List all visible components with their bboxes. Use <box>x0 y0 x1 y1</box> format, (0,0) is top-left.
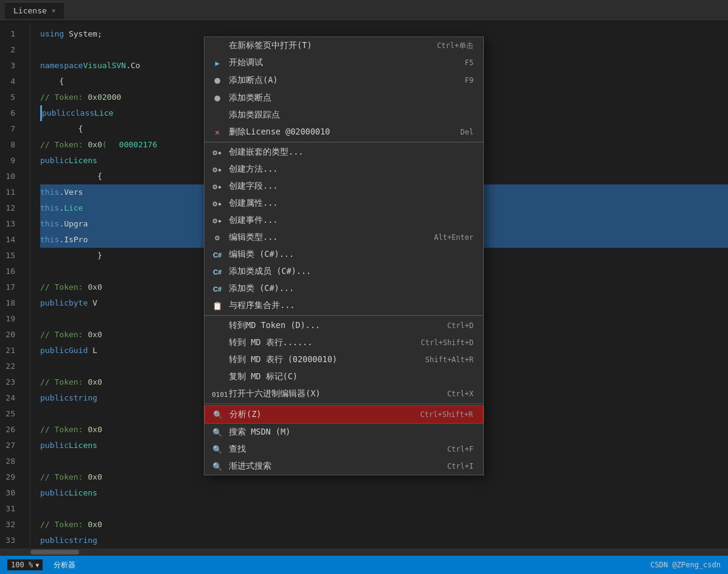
menu-item-edit-type[interactable]: ⚙编辑类型...Alt+Enter <box>205 229 483 246</box>
menu-item-open-new-tab[interactable]: 在新标签页中打开(T)Ctrl+单击 <box>205 37 483 54</box>
menu-label-add-class-member-cs: 添加类成员 (C#)... <box>229 266 474 277</box>
menu-label-create-method: 创建方法... <box>229 164 474 175</box>
line-number: 25 <box>0 406 23 422</box>
context-menu: 在新标签页中打开(T)Ctrl+单击▶开始调试F5●添加断点(A)F9●添加类断… <box>204 37 484 475</box>
menu-separator <box>205 315 483 316</box>
line-number: 23 <box>0 374 23 390</box>
menu-icon-create-field: ⚙✦ <box>212 181 223 191</box>
menu-label-find: 查找 <box>229 444 441 455</box>
menu-label-analyze: 分析(Z) <box>229 409 414 420</box>
tab-close-button[interactable]: × <box>52 7 56 15</box>
menu-item-open-hex-editor[interactable]: 0101打开十六进制编辑器(X)Ctrl+X <box>205 385 483 402</box>
menu-icon-add-breakpoint: ● <box>212 74 223 86</box>
menu-shortcut-incremental-search: Ctrl+I <box>447 462 474 471</box>
menu-icon-merge-assembly: 📋 <box>212 301 223 310</box>
menu-shortcut-open-new-tab: Ctrl+单击 <box>437 41 474 51</box>
menu-shortcut-goto-md-row-token: Shift+Alt+R <box>425 355 474 364</box>
scroll-thumb[interactable] <box>30 550 79 555</box>
menu-icon-edit-class-cs: C# <box>212 250 223 259</box>
line-number: 24 <box>0 390 23 406</box>
code-line: public string <box>40 533 728 548</box>
menu-label-goto-md-token: 转到MD Token (D)... <box>229 320 441 331</box>
menu-item-edit-class-cs[interactable]: C#编辑类 (C#)... <box>205 246 483 263</box>
menu-item-goto-md-row[interactable]: 转到 MD 表行......Ctrl+Shift+D <box>205 334 483 351</box>
menu-item-find[interactable]: 🔍查找Ctrl+F <box>205 441 483 458</box>
code-line <box>40 501 728 517</box>
menu-item-create-event[interactable]: ⚙✦创建事件... <box>205 212 483 229</box>
menu-label-create-field: 创建字段... <box>229 181 474 192</box>
menu-label-delete-license: 删除License @02000010 <box>229 127 454 138</box>
line-number: 21 <box>0 343 23 359</box>
line-number: 10 <box>0 169 23 184</box>
title-bar: License × <box>0 0 728 21</box>
menu-item-copy-md-mark[interactable]: 复制 MD 标记(C) <box>205 368 483 385</box>
line-number: 28 <box>0 453 23 469</box>
status-analyzer: 分析器 <box>50 559 79 572</box>
editor-tab[interactable]: License × <box>5 2 64 19</box>
menu-item-create-nested-type[interactable]: ⚙✦创建嵌套的类型... <box>205 144 483 161</box>
line-number: 27 <box>0 438 23 453</box>
menu-label-goto-md-row-token: 转到 MD 表行 (02000010) <box>229 354 419 365</box>
line-number: 14 <box>0 232 23 248</box>
menu-label-open-hex-editor: 打开十六进制编辑器(X) <box>229 388 441 399</box>
line-number: 19 <box>0 311 23 327</box>
line-number: 33 <box>0 533 23 548</box>
line-number: 5 <box>0 89 23 105</box>
menu-icon-delete-license: ✕ <box>212 127 223 137</box>
horizontal-scrollbar[interactable] <box>0 548 728 556</box>
menu-item-start-debug[interactable]: ▶开始调试F5 <box>205 54 483 71</box>
zoom-label: 100 % <box>11 561 33 569</box>
zoom-dropdown-icon[interactable]: ▼ <box>35 562 39 569</box>
menu-label-create-property: 创建属性... <box>229 198 474 209</box>
menu-icon-incremental-search: 🔍 <box>212 461 223 471</box>
code-line: // Token: 0x0 <box>40 517 728 533</box>
menu-icon-add-class-member-cs: C# <box>212 267 223 276</box>
menu-shortcut-analyze: Ctrl+Shift+R <box>420 410 473 419</box>
menu-item-search-msdn[interactable]: 🔍搜索 MSDN (M) <box>205 424 483 441</box>
line-number: 31 <box>0 501 23 517</box>
tab-label: License <box>13 6 47 15</box>
menu-item-goto-md-row-token[interactable]: 转到 MD 表行 (02000010)Shift+Alt+R <box>205 351 483 368</box>
menu-icon-create-event: ⚙✦ <box>212 215 223 225</box>
menu-icon-search-msdn: 🔍 <box>212 427 223 437</box>
line-number: 20 <box>0 327 23 343</box>
menu-item-goto-md-token[interactable]: 转到MD Token (D)...Ctrl+D <box>205 317 483 334</box>
menu-label-edit-class-cs: 编辑类 (C#)... <box>229 249 474 260</box>
menu-item-add-trace[interactable]: 添加类跟踪点 <box>205 107 483 124</box>
menu-icon-create-property: ⚙✦ <box>212 198 223 208</box>
line-number: 16 <box>0 264 23 279</box>
line-number: 11 <box>0 184 23 200</box>
menu-icon-add-class-cs: C# <box>212 284 223 293</box>
menu-icon-analyze: 🔍 <box>212 410 223 419</box>
menu-shortcut-edit-type: Alt+Enter <box>434 233 474 242</box>
menu-item-add-class-cs[interactable]: C#添加类 (C#)... <box>205 280 483 297</box>
menu-shortcut-add-breakpoint: F9 <box>465 76 474 85</box>
menu-item-add-class-breakpoint[interactable]: ●添加类断点 <box>205 89 483 107</box>
line-number: 29 <box>0 469 23 485</box>
zoom-control[interactable]: 100 % ▼ <box>7 559 43 570</box>
menu-shortcut-open-hex-editor: Ctrl+X <box>447 390 474 398</box>
line-number: 26 <box>0 422 23 438</box>
menu-item-analyze[interactable]: 🔍分析(Z)Ctrl+Shift+R <box>205 405 483 424</box>
menu-icon-create-method: ⚙✦ <box>212 164 223 174</box>
line-number: 3 <box>0 58 23 74</box>
menu-label-open-new-tab: 在新标签页中打开(T) <box>229 40 431 51</box>
menu-item-add-class-member-cs[interactable]: C#添加类成员 (C#)... <box>205 263 483 280</box>
menu-item-merge-assembly[interactable]: 📋与程序集合并... <box>205 297 483 314</box>
menu-item-incremental-search[interactable]: 🔍渐进式搜索Ctrl+I <box>205 458 483 475</box>
line-number: 12 <box>0 200 23 216</box>
line-number: 13 <box>0 216 23 232</box>
menu-item-create-method[interactable]: ⚙✦创建方法... <box>205 161 483 178</box>
right-info: CSDN @ZPeng_csdn <box>650 561 721 569</box>
menu-label-create-nested-type: 创建嵌套的类型... <box>229 147 474 158</box>
line-number: 8 <box>0 137 23 153</box>
menu-separator <box>205 142 483 142</box>
menu-icon-open-hex-editor: 0101 <box>212 389 223 399</box>
menu-item-create-property[interactable]: ⚙✦创建属性... <box>205 195 483 212</box>
menu-item-create-field[interactable]: ⚙✦创建字段... <box>205 178 483 195</box>
menu-item-add-breakpoint[interactable]: ●添加断点(A)F9 <box>205 71 483 89</box>
status-bar: 100 % ▼ 分析器 CSDN @ZPeng_csdn <box>0 556 728 574</box>
line-number: 6 <box>0 105 23 121</box>
menu-item-delete-license[interactable]: ✕删除License @02000010Del <box>205 124 483 141</box>
menu-shortcut-start-debug: F5 <box>465 58 474 67</box>
